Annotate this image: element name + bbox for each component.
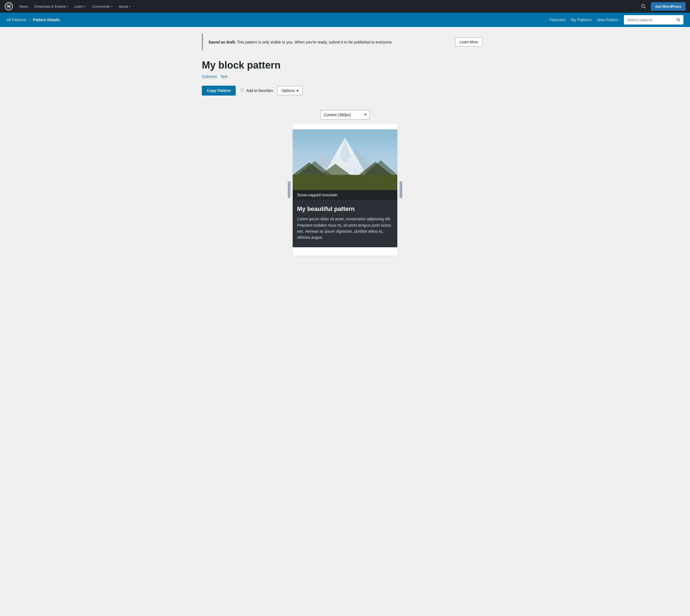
preview-area: Current (380px) Desktop (1200px) Tablet …	[202, 105, 488, 267]
breadcrumb-current-page: Pattern Details	[33, 18, 60, 22]
pattern-content-heading: My beautiful pattern	[297, 205, 393, 213]
chevron-down-icon: ▾	[129, 5, 131, 8]
global-search-button[interactable]	[639, 2, 648, 10]
draft-banner-text: Saved as draft. This pattern is only vis…	[208, 40, 393, 44]
tag-columns[interactable]: Columns	[202, 74, 217, 79]
nav-item-learn[interactable]: Learn ▾	[72, 3, 89, 10]
preview-top-margin	[293, 124, 397, 129]
chevron-down-icon: ▾	[111, 5, 113, 8]
breadcrumb-separator: /	[29, 18, 30, 22]
options-label: Options	[282, 88, 295, 93]
learn-more-button[interactable]: Learn More	[455, 38, 483, 46]
chevron-down-icon: ▾	[85, 5, 86, 8]
resize-handle-right[interactable]	[400, 181, 402, 198]
pattern-image	[293, 129, 397, 190]
viewport-selector-wrapper: Current (380px) Desktop (1200px) Tablet …	[320, 110, 370, 119]
breadcrumb-all-patterns[interactable]: All Patterns	[7, 18, 26, 22]
preview-bottom-margin	[293, 247, 397, 256]
breadcrumb: All Patterns / Pattern Details	[7, 18, 60, 22]
top-nav-items: News Download & Extend ▾ Learn ▾ Communi…	[17, 3, 638, 10]
svg-rect-14	[293, 175, 397, 190]
new-pattern-link[interactable]: New Pattern	[597, 18, 618, 22]
copy-pattern-button[interactable]: Copy Pattern	[202, 86, 236, 95]
get-wordpress-button[interactable]: Get WordPress	[651, 2, 686, 11]
chevron-down-icon: ▾	[67, 5, 68, 8]
nav-item-news[interactable]: News	[17, 3, 31, 10]
wordpress-logo-icon[interactable]: W	[4, 2, 13, 11]
top-navigation: W News Download & Extend ▾ Learn ▾ Commu…	[0, 0, 690, 13]
options-button[interactable]: Options ▾	[277, 86, 302, 95]
nav-item-about[interactable]: About ▾	[116, 3, 133, 10]
image-caption: Snow-capped mountain	[293, 190, 397, 200]
search-patterns-input[interactable]	[624, 16, 673, 24]
draft-banner: Saved as draft. This pattern is only vis…	[202, 34, 488, 50]
pattern-preview-wrapper: Snow-capped mountain My beautiful patter…	[293, 124, 397, 256]
favorites-link[interactable]: Favorites	[550, 18, 566, 22]
draft-description: This pattern is only visible to you. Whe…	[236, 40, 393, 44]
nav-item-community[interactable]: Community ▾	[89, 3, 115, 10]
main-content: Saved as draft. This pattern is only vis…	[196, 27, 494, 283]
pattern-text-area: My beautiful pattern Lorem ipsum dolor s…	[293, 200, 397, 247]
heart-icon: ♡	[240, 88, 245, 94]
resize-handle-left[interactable]	[288, 181, 290, 198]
mountain-image-svg	[293, 129, 397, 190]
pattern-preview-card: Snow-capped mountain My beautiful patter…	[293, 124, 397, 256]
add-favorites-label: Add to favorites	[246, 88, 273, 93]
pattern-content-body: Lorem ipsum dolor sit amet, consectetur …	[297, 216, 393, 241]
pattern-title: My block pattern	[202, 59, 488, 71]
action-buttons: Copy Pattern ♡ Add to favorites Options …	[202, 85, 488, 96]
pattern-inner: Snow-capped mountain My beautiful patter…	[293, 129, 397, 247]
draft-bold-label: Saved as draft.	[208, 40, 236, 44]
viewport-select[interactable]: Current (380px) Desktop (1200px) Tablet …	[320, 110, 370, 119]
search-icon	[641, 4, 646, 9]
my-patterns-link[interactable]: My Patterns	[571, 18, 592, 22]
svg-text:W: W	[7, 4, 11, 8]
sub-navigation: All Patterns / Pattern Details Favorites…	[0, 13, 690, 27]
chevron-down-icon: ▾	[296, 88, 298, 93]
svg-line-4	[644, 7, 645, 8]
search-patterns-box	[624, 15, 683, 24]
tag-text[interactable]: Text	[220, 74, 227, 79]
nav-item-download[interactable]: Download & Extend ▾	[32, 3, 71, 10]
sub-nav-right: Favorites My Patterns New Pattern	[550, 15, 683, 24]
search-patterns-submit[interactable]	[673, 16, 683, 24]
top-nav-right: Get WordPress	[639, 2, 686, 11]
search-icon	[676, 18, 681, 22]
add-to-favorites-button[interactable]: ♡ Add to favorites	[239, 85, 274, 96]
svg-line-6	[679, 20, 680, 21]
pattern-tags: Columns Text	[202, 74, 488, 79]
